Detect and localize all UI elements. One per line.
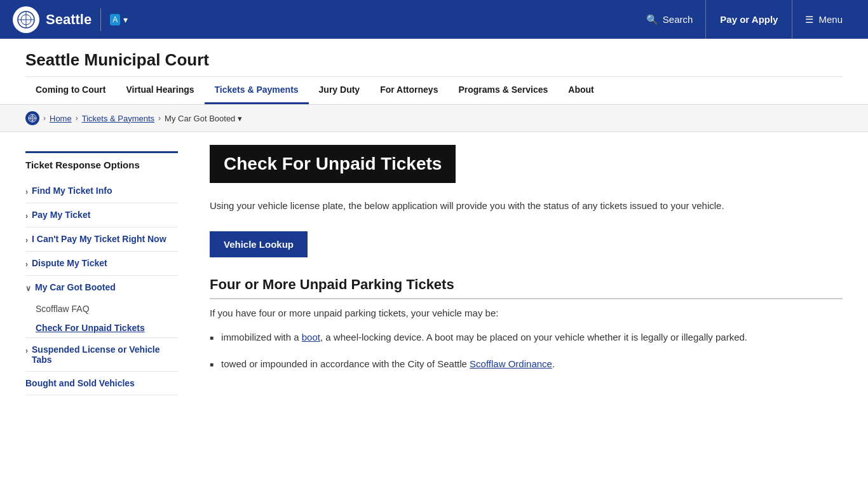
- nav-link-virtual-hearings[interactable]: Virtual Hearings: [116, 77, 204, 104]
- sidebar-link-find-ticket[interactable]: › Find My Ticket Info: [25, 179, 178, 203]
- sidebar-item-find-ticket: › Find My Ticket Info: [25, 179, 178, 203]
- pay-apply-label: Pay or Apply: [720, 14, 778, 25]
- sidebar-item-bought-sold: Bought and Sold Vehicles: [25, 372, 178, 395]
- section1-text: If you have four or more unpaid parking …: [210, 306, 843, 321]
- main-nav: Coming to Court Virtual Hearings Tickets…: [25, 76, 843, 104]
- nav-item-tickets-payments: Tickets & Payments: [205, 77, 309, 104]
- sidebar-link-booted[interactable]: ∨ My Car Got Booted: [25, 276, 178, 299]
- sidebar: Ticket Response Options › Find My Ticket…: [25, 145, 178, 395]
- breadcrumb-sep-1: ›: [43, 114, 46, 123]
- nav-item-virtual-hearings: Virtual Hearings: [116, 77, 204, 104]
- breadcrumb-home-link[interactable]: Home: [50, 114, 72, 123]
- bullet-towed-after: .: [552, 358, 555, 369]
- nav-divider: [100, 8, 101, 31]
- sidebar-sub-booted: Scofflaw FAQ Check For Unpaid Tickets: [25, 299, 178, 337]
- page-banner: Check For Unpaid Tickets: [210, 145, 456, 183]
- logo-icon: [13, 6, 39, 33]
- breadcrumb-current: My Car Got Booted ▾: [165, 114, 242, 123]
- breadcrumb: › Home › Tickets & Payments › My Car Got…: [0, 105, 868, 132]
- nav-link-jury-duty[interactable]: Jury Duty: [309, 77, 370, 104]
- menu-button[interactable]: ☰ Menu: [792, 0, 855, 39]
- nav-link-coming-to-court[interactable]: Coming to Court: [25, 77, 116, 104]
- translate-chevron-icon: ▾: [123, 15, 128, 25]
- sidebar-label-booted: My Car Got Booted: [35, 282, 116, 292]
- page-title: Check For Unpaid Tickets: [224, 154, 442, 174]
- breadcrumb-tickets-payments-link[interactable]: Tickets & Payments: [82, 114, 154, 123]
- nav-item-coming-to-court: Coming to Court: [25, 77, 116, 104]
- pay-apply-button[interactable]: Pay or Apply: [705, 0, 792, 39]
- top-bar-right: 🔍 Search Pay or Apply ☰ Menu: [634, 0, 855, 39]
- sidebar-sub-link-check-tickets[interactable]: Check For Unpaid Tickets: [36, 318, 178, 337]
- top-bar: Seattle A ▾ 🔍 Search Pay or Apply ☰ Menu: [0, 0, 868, 39]
- sidebar-item-suspended: › Suspended License or Vehicle Tabs: [25, 338, 178, 372]
- search-label: Search: [663, 14, 693, 25]
- site-title: Seattle Municipal Court: [25, 39, 843, 76]
- expand-icon-cant-pay: ›: [25, 236, 28, 245]
- sidebar-link-dispute[interactable]: › Dispute My Ticket: [25, 252, 178, 275]
- sidebar-link-cant-pay[interactable]: › I Can't Pay My Ticket Right Now: [25, 227, 178, 251]
- bullet-item-towed: towed or impounded in accordance with th…: [210, 356, 843, 372]
- nav-item-for-attorneys: For Attorneys: [370, 77, 448, 104]
- sidebar-label-dispute: Dispute My Ticket: [32, 258, 107, 268]
- sidebar-link-suspended[interactable]: › Suspended License or Vehicle Tabs: [25, 338, 178, 371]
- translate-icon: A: [110, 14, 120, 25]
- bullet-boot-before: immobilized with a: [221, 332, 302, 342]
- bullet-towed-before: towed or impounded in accordance with th…: [221, 358, 470, 369]
- sidebar-item-cant-pay: › I Can't Pay My Ticket Right Now: [25, 227, 178, 252]
- breadcrumb-dropdown-icon[interactable]: ▾: [238, 114, 242, 123]
- sidebar-nav: › Find My Ticket Info › Pay My Ticket › …: [25, 179, 178, 395]
- expand-icon-suspended: ›: [25, 346, 28, 355]
- breadcrumb-current-label: My Car Got Booted: [165, 114, 235, 123]
- sidebar-label-suspended: Suspended License or Vehicle Tabs: [32, 344, 178, 365]
- nav-link-about[interactable]: About: [558, 77, 604, 104]
- sidebar-heading: Ticket Response Options: [25, 151, 178, 179]
- sidebar-sub-item-check-tickets: Check For Unpaid Tickets: [36, 318, 178, 337]
- sidebar-label-find-ticket: Find My Ticket Info: [32, 186, 112, 196]
- vehicle-lookup-label: Vehicle Lookup: [224, 239, 294, 250]
- boot-link[interactable]: boot: [302, 332, 320, 342]
- main-content: Check For Unpaid Tickets Using your vehi…: [197, 145, 843, 395]
- nav-link-programs-services[interactable]: Programs & Services: [448, 77, 558, 104]
- expand-icon-find-ticket: ›: [25, 187, 28, 196]
- top-bar-left: Seattle A ▾: [13, 6, 128, 33]
- nav-link-tickets-payments[interactable]: Tickets & Payments: [205, 77, 309, 104]
- sidebar-item-booted: ∨ My Car Got Booted Scofflaw FAQ Check F…: [25, 276, 178, 338]
- expand-icon-dispute: ›: [25, 260, 28, 269]
- nav-link-for-attorneys[interactable]: For Attorneys: [370, 77, 448, 104]
- breadcrumb-logo-icon: [25, 111, 39, 125]
- sidebar-sub-item-scofflaw: Scofflaw FAQ: [36, 299, 178, 318]
- sidebar-item-dispute: › Dispute My Ticket: [25, 252, 178, 276]
- section1-heading: Four or More Unpaid Parking Tickets: [210, 276, 843, 299]
- site-name-label: Seattle: [46, 11, 92, 28]
- breadcrumb-sep-3: ›: [158, 114, 161, 123]
- content-area: Ticket Response Options › Find My Ticket…: [0, 132, 868, 408]
- bullet-list: immobilized with a boot, a wheel-locking…: [210, 330, 843, 372]
- sidebar-label-bought-sold: Bought and Sold Vehicles: [25, 378, 135, 388]
- menu-icon: ☰: [805, 14, 813, 25]
- seattle-logo[interactable]: Seattle: [13, 6, 92, 33]
- sidebar-link-bought-sold[interactable]: Bought and Sold Vehicles: [25, 372, 178, 395]
- menu-label: Menu: [818, 14, 843, 25]
- nav-item-jury-duty: Jury Duty: [309, 77, 370, 104]
- sidebar-item-pay-ticket: › Pay My Ticket: [25, 203, 178, 227]
- scofflaw-ordinance-link[interactable]: Scofflaw Ordinance: [470, 358, 552, 369]
- search-icon: 🔍: [646, 14, 658, 25]
- breadcrumb-sep-2: ›: [76, 114, 78, 123]
- sidebar-sub-link-scofflaw[interactable]: Scofflaw FAQ: [36, 299, 178, 318]
- expand-icon-pay-ticket: ›: [25, 212, 28, 220]
- bullet-item-towed-text: towed or impounded in accordance with th…: [221, 356, 555, 372]
- intro-text: Using your vehicle license plate, the be…: [210, 198, 731, 214]
- bullet-item-boot-text: immobilized with a boot, a wheel-locking…: [221, 330, 747, 345]
- bullet-boot-after: , a wheel-locking device. A boot may be …: [320, 332, 747, 342]
- translate-button[interactable]: A ▾: [110, 14, 128, 25]
- vehicle-lookup-button[interactable]: Vehicle Lookup: [210, 231, 308, 257]
- main-nav-container: Seattle Municipal Court Coming to Court …: [0, 39, 868, 105]
- nav-item-programs-services: Programs & Services: [448, 77, 558, 104]
- sidebar-label-cant-pay: I Can't Pay My Ticket Right Now: [32, 234, 166, 244]
- sidebar-label-pay-ticket: Pay My Ticket: [32, 210, 90, 220]
- bullet-item-boot: immobilized with a boot, a wheel-locking…: [210, 330, 843, 345]
- collapse-icon-booted: ∨: [25, 284, 31, 293]
- search-button[interactable]: 🔍 Search: [634, 0, 706, 39]
- sidebar-link-pay-ticket[interactable]: › Pay My Ticket: [25, 203, 178, 227]
- nav-item-about: About: [558, 77, 604, 104]
